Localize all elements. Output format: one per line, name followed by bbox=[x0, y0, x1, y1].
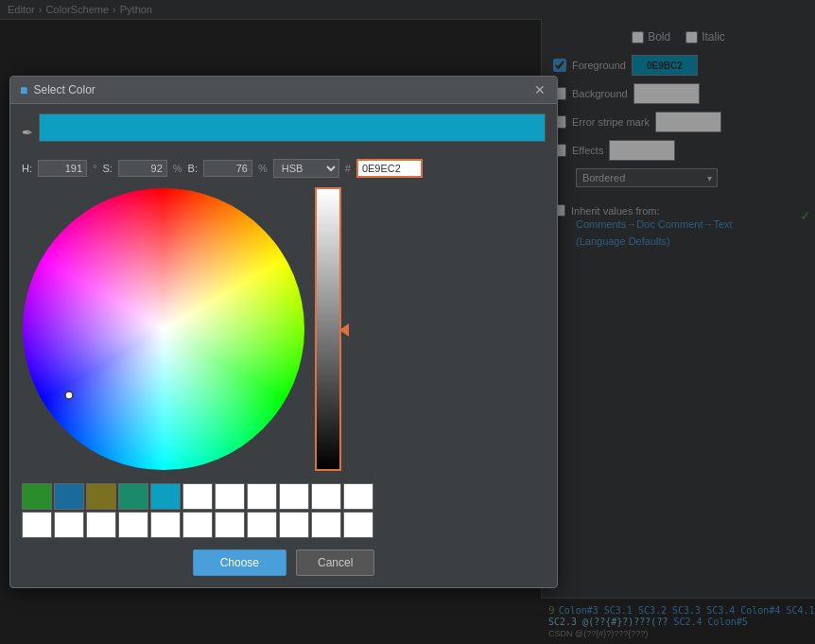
cancel-button[interactable]: Cancel bbox=[296, 549, 374, 576]
s-unit: % bbox=[173, 163, 182, 174]
swatch-6[interactable] bbox=[215, 483, 245, 510]
swatch-9[interactable] bbox=[311, 483, 341, 510]
swatch-0[interactable] bbox=[22, 483, 52, 510]
swatch-11[interactable] bbox=[22, 512, 52, 538]
color-wheel-container[interactable] bbox=[22, 187, 305, 474]
s-input[interactable] bbox=[118, 160, 167, 177]
choose-button[interactable]: Choose bbox=[193, 549, 286, 576]
swatch-15[interactable] bbox=[150, 512, 181, 538]
h-unit: ° bbox=[93, 163, 96, 174]
brightness-slider[interactable] bbox=[315, 187, 341, 471]
h-input[interactable] bbox=[38, 160, 87, 177]
hex-input[interactable] bbox=[356, 159, 423, 178]
h-label: H: bbox=[22, 163, 32, 174]
dialog-title-row: ■ Select Color bbox=[20, 82, 95, 97]
swatch-16[interactable] bbox=[182, 512, 213, 538]
color-swatches-grid bbox=[22, 483, 368, 538]
select-color-dialog: ■ Select Color ✕ ✒ H: ° S: % B: % bbox=[9, 76, 558, 588]
swatch-17[interactable] bbox=[215, 512, 245, 538]
swatch-13[interactable] bbox=[86, 512, 116, 538]
swatch-20[interactable] bbox=[311, 512, 341, 538]
eyedropper-icon[interactable]: ✒ bbox=[22, 125, 33, 140]
swatch-19[interactable] bbox=[279, 512, 309, 538]
close-button[interactable]: ✕ bbox=[532, 83, 547, 96]
swatch-4[interactable] bbox=[150, 483, 181, 510]
swatch-5[interactable] bbox=[182, 483, 213, 510]
s-label: S: bbox=[102, 163, 112, 174]
swatch-12[interactable] bbox=[54, 512, 84, 538]
color-icon: ■ bbox=[20, 82, 27, 97]
dialog-body: ✒ H: ° S: % B: % HSB RGB HSL # bbox=[10, 104, 557, 587]
dialog-buttons: Choose Cancel bbox=[22, 549, 546, 576]
brightness-slider-handle[interactable] bbox=[339, 323, 349, 337]
swatch-2[interactable] bbox=[86, 483, 116, 510]
wheel-cursor[interactable] bbox=[65, 392, 73, 399]
b-unit: % bbox=[258, 163, 268, 174]
swatch-14[interactable] bbox=[118, 512, 148, 538]
hsb-row: H: ° S: % B: % HSB RGB HSL # bbox=[22, 159, 546, 178]
swatch-1[interactable] bbox=[54, 483, 84, 510]
b-label: B: bbox=[188, 163, 198, 174]
brightness-slider-track bbox=[317, 189, 339, 469]
b-input[interactable] bbox=[203, 160, 252, 177]
swatch-7[interactable] bbox=[247, 483, 277, 510]
swatch-10[interactable] bbox=[343, 483, 373, 510]
preview-row: ✒ bbox=[22, 113, 546, 151]
color-wheel-svg[interactable] bbox=[22, 187, 305, 471]
swatch-8[interactable] bbox=[279, 483, 309, 510]
swatch-3[interactable] bbox=[118, 483, 148, 510]
color-mode-select[interactable]: HSB RGB HSL bbox=[273, 159, 339, 178]
dialog-overlay: ■ Select Color ✕ ✒ H: ° S: % B: % bbox=[0, 0, 815, 644]
dialog-title-text: Select Color bbox=[33, 83, 95, 96]
swatch-18[interactable] bbox=[247, 512, 277, 538]
swatch-21[interactable] bbox=[343, 512, 373, 538]
dialog-titlebar: ■ Select Color ✕ bbox=[10, 77, 557, 104]
color-preview-bar bbox=[39, 113, 546, 142]
hex-label: # bbox=[345, 163, 351, 174]
svg-point-1 bbox=[24, 189, 303, 469]
color-wheel-area bbox=[22, 187, 546, 474]
